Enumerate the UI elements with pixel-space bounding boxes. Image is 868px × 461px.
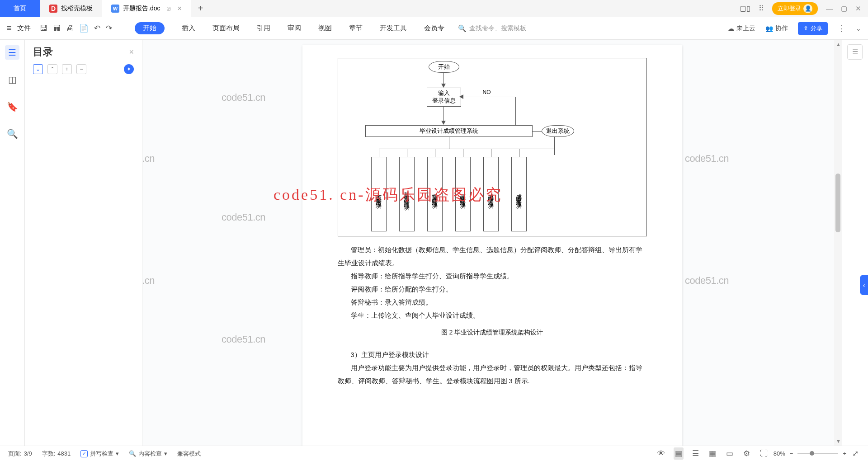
title-bar: 首页 D 找稻壳模板 W 开题报告.doc ⎚ × + ▢▯ ⠿ 立即登录 👤 … — [0, 0, 868, 17]
tools-icon[interactable]: ⚙ — [742, 447, 751, 460]
redo-icon[interactable]: ↷ — [106, 24, 112, 33]
new-tab-button[interactable]: + — [191, 3, 210, 14]
ribbon-tab-start[interactable]: 开始 — [135, 22, 165, 34]
login-label: 立即登录 — [778, 5, 801, 13]
zoom-out-icon[interactable]: − — [790, 450, 793, 457]
save-as-icon[interactable]: 🖬 — [53, 24, 61, 33]
close-window-icon[interactable]: ✕ — [855, 5, 861, 13]
menu-icon[interactable]: ≡ — [7, 24, 12, 33]
zoom-controls: ⛶ 80% − + ⤢ — [759, 447, 860, 460]
login-button[interactable]: 立即登录 👤 — [772, 2, 818, 15]
zoom-value[interactable]: 80% — [774, 450, 785, 457]
add-item-icon[interactable]: + — [62, 64, 72, 74]
ribbon-tab-references[interactable]: 引用 — [257, 22, 270, 34]
compat-mode[interactable]: 兼容模式 — [177, 450, 201, 458]
fc-main: 毕业设计成绩管理系统 — [365, 125, 533, 137]
watermark: code51.cn — [142, 153, 155, 165]
figure-caption: 图 2 毕业设计成绩管理系统架构设计 — [338, 326, 647, 339]
close-tab-icon[interactable]: × — [177, 5, 181, 13]
scrollbar-thumb[interactable] — [835, 174, 840, 232]
print-icon[interactable]: 🖨 — [66, 24, 74, 33]
fc-col: 评阅教师模块 — [455, 157, 471, 231]
titlebar-right: ▢▯ ⠿ 立即登录 👤 — ▢ ✕ — [740, 2, 868, 15]
fc-col: 成绩录入模块 — [483, 157, 499, 231]
paragraph: 管理员：初始化数据（教师信息、学生信息、选题信息）分配评阅教师、分配答辩组、导出… — [338, 244, 647, 270]
paragraph: 答辩秘书：录入答辩成绩。 — [338, 296, 647, 309]
spell-check[interactable]: ✓ 拼写检查 ▾ — [80, 450, 119, 458]
tab-template[interactable]: D 找稻壳模板 — [40, 0, 102, 17]
collapse-all-icon[interactable]: ⌄ — [33, 64, 43, 74]
ribbon-tab-layout[interactable]: 页面布局 — [212, 22, 240, 34]
minimize-icon[interactable]: — — [826, 5, 833, 13]
fc-exit: 退出系统 — [542, 125, 574, 137]
web-view-icon[interactable]: ▦ — [708, 447, 717, 460]
layout-icon[interactable]: ▢▯ — [740, 4, 750, 13]
vertical-scrollbar[interactable]: ▲ ▼ — [834, 40, 842, 446]
content-check[interactable]: 🔍 内容检查 ▾ — [129, 450, 167, 458]
panel-toggle-icon[interactable]: ☰ — [847, 44, 863, 60]
bookmark-icon[interactable]: 🔖 — [5, 99, 19, 114]
tab-home[interactable]: 首页 — [0, 0, 40, 17]
fc-no-label: NO — [483, 89, 491, 95]
page-indicator[interactable]: 页面: 3/9 — [8, 450, 32, 458]
paragraph: 指导教师：给所指导学生打分、查询所指导学生成绩。 — [338, 270, 647, 283]
cloud-icon: ☁ — [728, 25, 734, 32]
close-panel-icon[interactable]: × — [129, 47, 134, 57]
ribbon-tab-member[interactable]: 会员专 — [424, 22, 444, 34]
undo-icon[interactable]: ↶ — [94, 24, 100, 33]
scroll-up-icon[interactable]: ▲ — [836, 42, 841, 47]
shapes-icon[interactable]: ◫ — [5, 72, 19, 87]
share-icon: ⇪ — [803, 25, 808, 32]
outline-view-icon[interactable]: ☰ — [691, 447, 700, 460]
ribbon-tab-view[interactable]: 视图 — [318, 22, 332, 34]
eye-icon[interactable]: 👁 — [656, 448, 666, 460]
file-menu[interactable]: 文件 — [17, 24, 31, 33]
zoom-fit-icon[interactable]: ⛶ — [759, 448, 769, 460]
fc-start: 开始 — [429, 61, 459, 73]
window-controls: — ▢ ✕ — [826, 5, 861, 13]
watermark: code51.cn — [222, 334, 265, 345]
search-placeholder: 查找命令、搜索模板 — [469, 24, 526, 33]
ribbon-tab-sections[interactable]: 章节 — [349, 22, 363, 34]
zoom-slider[interactable] — [797, 453, 838, 454]
ribbon-tab-insert[interactable]: 插入 — [182, 22, 195, 34]
tab-template-label: 找稻壳模板 — [61, 5, 93, 13]
expand-all-icon[interactable]: ⌃ — [47, 64, 57, 74]
word-icon: W — [111, 5, 119, 13]
coop-icon: 👥 — [765, 25, 773, 32]
save-icon[interactable]: 🖫 — [40, 24, 47, 33]
ai-icon[interactable]: ✦ — [124, 64, 134, 74]
find-icon[interactable]: 🔍 — [5, 127, 19, 141]
magnifier-icon: 🔍 — [129, 450, 136, 457]
share-button[interactable]: ⇪分享 — [798, 22, 828, 35]
more-icon[interactable]: ⋮ — [838, 24, 846, 33]
tab-document-label: 开题报告.doc — [123, 5, 160, 13]
document-canvas[interactable]: code51.cn code51.cn code51.cn code51.cn … — [142, 40, 842, 446]
chevron-down-icon: ▾ — [164, 450, 167, 457]
collapse-ribbon-icon[interactable]: ⌄ — [856, 25, 861, 32]
flowchart: 开始 输入 登录信息 NO 毕业设计成绩管理系统 退出系统 — [338, 58, 647, 236]
outline-icon[interactable]: ☰ — [5, 45, 19, 60]
read-view-icon[interactable]: ▭ — [725, 447, 735, 460]
ribbon-tab-devtools[interactable]: 开发工具 — [380, 22, 407, 34]
fullscreen-icon[interactable]: ⤢ — [851, 447, 860, 460]
present-icon[interactable]: ⎚ — [167, 5, 170, 12]
word-count[interactable]: 字数: 4831 — [42, 450, 71, 458]
avatar-icon: 👤 — [803, 4, 812, 13]
apps-icon[interactable]: ⠿ — [759, 4, 764, 13]
page-view-icon[interactable]: ▤ — [674, 447, 684, 460]
zoom-in-icon[interactable]: + — [843, 450, 846, 457]
cloud-status[interactable]: ☁未上云 — [728, 24, 755, 33]
paragraph: 用户登录功能主要为用户提供登录功能，用户登录时，管理员的权限最大。用户类型还包括… — [338, 362, 647, 388]
ribbon-tab-review[interactable]: 审阅 — [288, 22, 301, 34]
maximize-icon[interactable]: ▢ — [841, 5, 847, 13]
tab-document[interactable]: W 开题报告.doc ⎚ × — [102, 0, 191, 17]
coop-button[interactable]: 👥协作 — [765, 24, 788, 33]
print-preview-icon[interactable]: 📄 — [79, 24, 89, 33]
side-handle[interactable]: ‹ — [860, 275, 868, 295]
fc-col: 成绩查询模块 — [511, 157, 527, 231]
outline-tools: ⌄ ⌃ + − ✦ — [33, 64, 134, 74]
scroll-down-icon[interactable]: ▼ — [836, 438, 841, 444]
ribbon-search[interactable]: 🔍 查找命令、搜索模板 — [458, 24, 526, 33]
remove-item-icon[interactable]: − — [76, 64, 86, 74]
